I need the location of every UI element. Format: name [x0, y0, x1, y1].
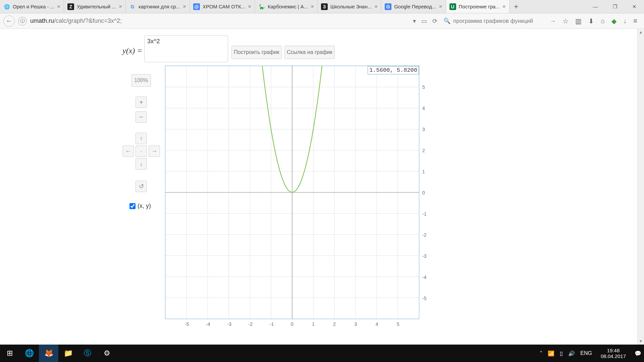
system-tray: ˄ 📶 ▯ 🔊 ENG 19:4808.04.2017 💬 — [540, 348, 644, 359]
pan-up-button[interactable]: ↑ — [136, 133, 147, 144]
y-tick: 2 — [422, 148, 425, 153]
x-tick: 4 — [376, 321, 378, 327]
page-content: y(x) = Построить график Ссылка на график… — [0, 29, 644, 345]
globe-icon: 🌐 — [3, 3, 10, 10]
xy-toggle[interactable]: (x, y) — [129, 202, 151, 209]
windows-taskbar: ⊞ 🌐 🦊 📁 Ⓢ ⚙ ˄ 📶 ▯ 🔊 ENG 19:4808.04.2017 … — [0, 345, 644, 362]
close-icon[interactable]: × — [502, 3, 506, 10]
tab-7[interactable]: UПостроение гра...× — [446, 0, 509, 13]
graph-link-button[interactable]: Ссылка на график — [284, 46, 335, 59]
address-bar[interactable]: umath.ru/calc/graph/?&func=3x^2; — [30, 17, 407, 24]
site-info-icon[interactable]: ⓘ — [18, 17, 27, 25]
coord-readout: 1.5600, 5.8200 — [368, 66, 419, 74]
chart-canvas[interactable]: 1.5600, 5.8200 -5-4-3-2-1012345-5-4-3-2-… — [165, 66, 419, 319]
tab-label: Орел и Решка - ... — [13, 4, 54, 9]
y-tick: -4 — [422, 275, 426, 280]
x-tick: -5 — [185, 321, 189, 327]
reload-icon[interactable]: ⟳ — [432, 18, 437, 24]
x-tick: 3 — [355, 321, 357, 327]
close-icon[interactable]: × — [248, 3, 251, 10]
wifi-icon[interactable]: 📶 — [548, 350, 554, 357]
zoom-reset-button[interactable]: 100% — [131, 74, 151, 87]
tab-1[interactable]: ZУдивительный ...× — [64, 0, 126, 13]
tab-5[interactable]: ЗШкольные Знан...× — [318, 0, 381, 13]
zoom-out-button[interactable]: − — [136, 111, 147, 123]
browser-tabstrip: 🌐Орел и Решка - ...× ZУдивительный ...× … — [0, 0, 644, 13]
translate-icon: G — [385, 3, 391, 10]
tab-4[interactable]: 🦕Карбонемис | А...× — [255, 0, 318, 13]
menu-icon[interactable]: ≡ — [633, 17, 637, 25]
pan-right-button[interactable]: → — [149, 145, 160, 157]
tab-2[interactable]: Gкартинки для ср...× — [126, 0, 190, 13]
back-button[interactable]: ← — [3, 15, 15, 27]
pan-left-button[interactable]: ← — [122, 145, 134, 157]
google-icon: G — [129, 3, 136, 10]
tab-label: Удивительный ... — [77, 4, 116, 9]
minimize-icon[interactable]: — — [586, 0, 605, 13]
y-tick: 1 — [422, 169, 425, 174]
pan-down-button[interactable]: ↓ — [136, 158, 147, 170]
clock-time: 19:48 — [601, 348, 626, 353]
download-arrow-icon[interactable]: ↓ — [623, 17, 627, 25]
y-tick: 4 — [422, 106, 425, 111]
url-toolbar: ← ⓘ umath.ru/calc/graph/?&func=3x^2; ▾▭⟳… — [0, 13, 644, 29]
language-indicator[interactable]: ENG — [580, 350, 592, 356]
pan-center-button[interactable]: · — [136, 145, 147, 157]
taskbar-clock[interactable]: 19:4808.04.2017 — [597, 348, 629, 359]
maximize-icon[interactable]: ❐ — [605, 0, 625, 13]
reset-button[interactable]: ↺ — [136, 181, 147, 192]
volume-icon[interactable]: 🔊 — [568, 350, 575, 357]
xy-checkbox[interactable] — [129, 203, 136, 209]
x-tick: 1 — [312, 321, 315, 327]
y-tick: -2 — [422, 232, 426, 238]
tab-3[interactable]: @ХРОМ САМ ОТК...× — [190, 0, 255, 13]
downloads-icon[interactable]: ⬇ — [588, 17, 594, 25]
reader-icon[interactable]: ▾ — [413, 18, 416, 24]
tab-0[interactable]: 🌐Орел и Решка - ...× — [0, 0, 64, 13]
search-value: программа графиков функций — [453, 18, 533, 24]
tab-label: Карбонемис | А... — [268, 4, 308, 9]
scroll-down-icon[interactable]: ▼ — [638, 338, 644, 345]
star-icon[interactable]: ☆ — [562, 17, 569, 25]
close-icon[interactable]: × — [119, 3, 122, 10]
battery-icon[interactable]: ▯ — [560, 350, 563, 357]
steam-icon[interactable]: ⚙ — [97, 345, 117, 362]
y-tick: -3 — [422, 253, 426, 259]
tab-6[interactable]: GGoogle Перевод...× — [381, 0, 446, 13]
firefox-icon[interactable]: 🦊 — [39, 345, 58, 362]
close-icon[interactable]: × — [57, 3, 60, 10]
explorer-icon[interactable]: 📁 — [58, 345, 78, 362]
close-window-icon[interactable]: ✕ — [625, 0, 644, 13]
close-icon[interactable]: × — [183, 3, 186, 10]
tab-label: картинки для ср... — [139, 4, 180, 9]
notifications-icon[interactable]: 💬 — [635, 350, 641, 357]
close-icon[interactable]: × — [439, 3, 442, 10]
library-icon[interactable]: ▥ — [575, 17, 582, 25]
page-scrollbar[interactable]: ▲ ▼ — [637, 29, 644, 345]
function-input[interactable] — [144, 36, 228, 62]
home-icon[interactable]: ⌂ — [601, 17, 605, 25]
close-icon[interactable]: × — [311, 3, 314, 10]
x-tick: -1 — [270, 321, 274, 327]
extension-icon[interactable]: ◆ — [611, 17, 616, 25]
y-tick: 5 — [422, 84, 425, 90]
search-go-icon[interactable]: → — [550, 18, 556, 24]
chrome-icon[interactable]: 🌐 — [19, 345, 39, 362]
screenshot-icon[interactable]: ▭ — [421, 18, 427, 24]
plot-button[interactable]: Построить график — [231, 46, 282, 59]
y-tick: 3 — [422, 127, 425, 132]
search-icon: 🔍 — [443, 17, 450, 24]
skype-icon[interactable]: Ⓢ — [78, 345, 97, 362]
zoom-in-button[interactable]: + — [136, 97, 147, 108]
x-tick: -4 — [206, 321, 210, 327]
znanija-icon: З — [321, 3, 328, 10]
tray-expand-icon[interactable]: ˄ — [540, 350, 542, 357]
wiki-icon: 🦕 — [258, 3, 265, 10]
start-button[interactable]: ⊞ — [0, 345, 19, 362]
new-tab-button[interactable]: + — [509, 0, 523, 13]
y-tick: 0 — [422, 190, 425, 195]
close-icon[interactable]: × — [374, 3, 378, 10]
search-bar[interactable]: 🔍программа графиков функций→ — [443, 17, 556, 24]
scroll-up-icon[interactable]: ▲ — [638, 29, 644, 36]
y-tick: -5 — [422, 296, 426, 301]
